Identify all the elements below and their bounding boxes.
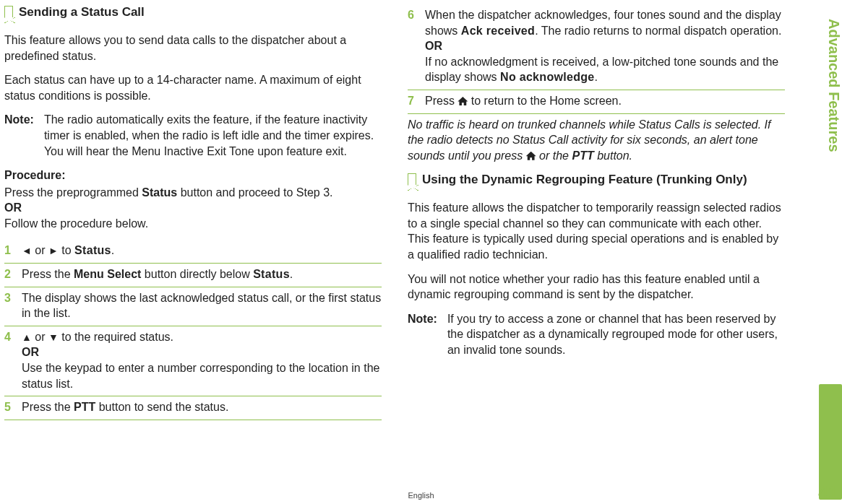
step-num-3: 3 bbox=[4, 290, 22, 306]
step2-c: button directly below bbox=[141, 268, 253, 280]
step4-or-arrows: or bbox=[32, 331, 48, 343]
intro-paragraph-2: Each status can have up to a 14-characte… bbox=[4, 72, 382, 103]
side-tab-label: Advanced Features bbox=[819, 4, 842, 380]
up-arrow-icon: ▲ bbox=[22, 331, 32, 343]
step-num-5: 5 bbox=[4, 399, 22, 415]
note-para-c: button. bbox=[594, 149, 632, 162]
step-body-6: When the dispatcher acknowledges, four t… bbox=[425, 7, 785, 85]
note-label-2: Note: bbox=[408, 311, 447, 358]
step-num-6: 6 bbox=[408, 7, 425, 23]
step4-or: OR bbox=[22, 346, 39, 358]
step-body-7: Press to return to the Home screen. bbox=[425, 93, 785, 109]
note-text-2: If you try to access a zone or channel t… bbox=[447, 311, 785, 358]
step-6: 6 When the dispatcher acknowledges, four… bbox=[408, 4, 785, 90]
step1-status: Status bbox=[74, 244, 111, 256]
step-body-2: Press the Menu Select button directly be… bbox=[22, 266, 382, 282]
procedure-intro: Press the preprogrammed Status button an… bbox=[4, 185, 382, 232]
step4-c: Use the keypad to enter a number corresp… bbox=[22, 362, 379, 390]
step-body-1: ◄ or ► to Status. bbox=[22, 243, 382, 258]
proc-line1a: Press the preprogrammed bbox=[4, 186, 142, 199]
step-body-5: Press the PTT button to send the status. bbox=[22, 399, 382, 415]
procedure-title: Procedure: bbox=[4, 168, 382, 183]
section-heading-row-2: Using the Dynamic Regrouping Feature (Tr… bbox=[408, 172, 785, 194]
note-block: Note: The radio automatically exits the … bbox=[4, 112, 382, 159]
step-body-3: The display shows the last acknowledged … bbox=[22, 290, 382, 321]
section-title-2: Using the Dynamic Regrouping Feature (Tr… bbox=[422, 172, 747, 188]
step5-c: button to send the status. bbox=[95, 401, 228, 413]
step5-ptt: PTT bbox=[74, 401, 95, 413]
regroup-paragraph-2: You will not notice whether your radio h… bbox=[408, 271, 785, 303]
step2-dot: . bbox=[290, 268, 293, 280]
section-heading-row: Sending a Status Call bbox=[4, 4, 382, 27]
left-column: Sending a Status Call This feature allow… bbox=[4, 4, 395, 497]
proc-line1c: button and proceed to Step 3. bbox=[177, 186, 332, 199]
step6-noack: No acknowledge bbox=[500, 71, 594, 83]
section-title: Sending a Status Call bbox=[19, 4, 145, 21]
regroup-paragraph-1: This feature allows the dispatcher to te… bbox=[408, 200, 785, 262]
proc-line1-status: Status bbox=[142, 186, 177, 199]
step-7: 7 Press to return to the Home screen. bbox=[408, 90, 785, 113]
step7-a: Press bbox=[425, 95, 457, 107]
right-column: 6 When the dispatcher acknowledges, four… bbox=[395, 4, 785, 497]
note-para-b: or the bbox=[536, 149, 572, 162]
step-4: 4 ▲ or ▼ to the required status. OR Use … bbox=[4, 326, 382, 396]
bookmark-icon bbox=[4, 6, 13, 17]
bookmark-icon bbox=[408, 173, 416, 185]
step5-a: Press the bbox=[22, 401, 74, 413]
step-separator bbox=[4, 420, 382, 420]
step-num-7: 7 bbox=[408, 93, 425, 109]
footer-language: English bbox=[408, 491, 434, 500]
step6-d: . bbox=[595, 71, 598, 83]
step6-b: . The radio returns to normal dispatch o… bbox=[535, 25, 781, 37]
step6-c: If no acknowledgment is received, a low-… bbox=[425, 56, 778, 84]
note-para-ptt: PTT bbox=[572, 149, 593, 162]
side-tab: Advanced Features bbox=[819, 4, 842, 500]
proc-or: OR bbox=[4, 201, 22, 214]
home-icon bbox=[457, 97, 468, 105]
note-text: The radio automatically exits the featur… bbox=[44, 112, 382, 159]
step2-status: Status bbox=[253, 268, 290, 280]
page-number: 41 bbox=[818, 482, 838, 503]
step-num-4: 4 bbox=[4, 329, 22, 345]
intro-paragraph-1: This feature allows you to send data cal… bbox=[4, 32, 382, 64]
step-5: 5 Press the PTT button to send the statu… bbox=[4, 396, 382, 420]
note-label: Note: bbox=[4, 112, 44, 159]
step-num-2: 2 bbox=[4, 266, 22, 282]
step6-or: OR bbox=[425, 40, 442, 52]
home-icon bbox=[526, 152, 536, 160]
step-body-4: ▲ or ▼ to the required status. OR Use th… bbox=[22, 329, 382, 391]
proc-line2: Follow the procedure below. bbox=[4, 217, 148, 230]
step2-menu-select: Menu Select bbox=[74, 268, 141, 280]
step-separator bbox=[408, 113, 785, 114]
step-2: 2 Press the Menu Select button directly … bbox=[4, 264, 382, 287]
step7-b: to return to the Home screen. bbox=[468, 95, 622, 107]
step1-to: to bbox=[59, 244, 74, 256]
step1-or: or bbox=[32, 244, 48, 256]
step6-ack: Ack received bbox=[461, 25, 535, 37]
step-3: 3 The display shows the last acknowledge… bbox=[4, 287, 382, 326]
step4-b: to the required status. bbox=[59, 331, 173, 343]
note-block-2: Note: If you try to access a zone or cha… bbox=[408, 311, 785, 358]
left-arrow-icon: ◄ bbox=[22, 246, 32, 257]
step-1: 1 ◄ or ► to Status. bbox=[4, 240, 382, 263]
right-arrow-icon: ► bbox=[48, 246, 59, 257]
step1-dot: . bbox=[111, 244, 114, 256]
down-arrow-icon: ▼ bbox=[48, 331, 59, 343]
page-content: Sending a Status Call This feature allow… bbox=[0, 0, 842, 504]
status-note-paragraph: No traffic is heard on trunked channels … bbox=[408, 117, 785, 164]
step-num-1: 1 bbox=[4, 243, 22, 258]
step2-a: Press the bbox=[22, 268, 74, 280]
